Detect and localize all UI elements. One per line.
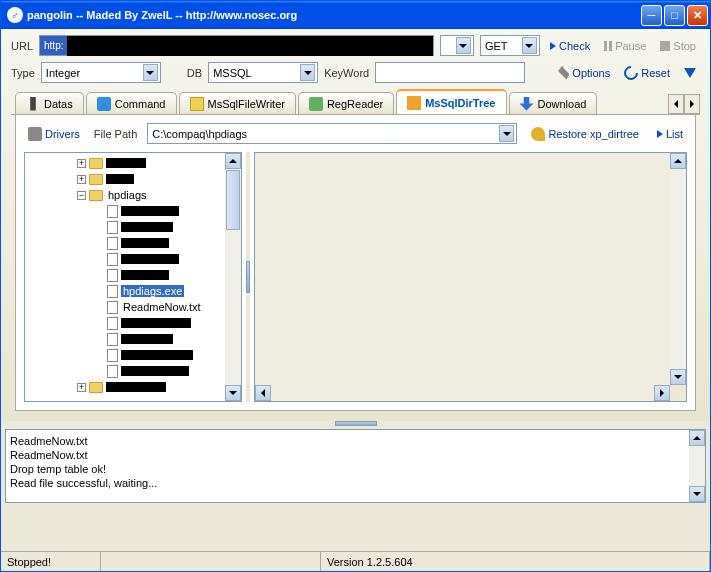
- tree-vscrollbar[interactable]: [225, 153, 241, 401]
- filepath-input[interactable]: C:\compaq\hpdiags: [147, 123, 517, 144]
- tree-file[interactable]: [27, 235, 223, 251]
- scroll-thumb[interactable]: [226, 170, 240, 230]
- scroll-left-button[interactable]: [255, 385, 271, 401]
- content-vscrollbar[interactable]: [670, 153, 686, 385]
- scroll-up-button[interactable]: [225, 153, 241, 169]
- window-title: pangolin -- Maded By ZwelL -- http://www…: [27, 9, 641, 21]
- output-vscrollbar[interactable]: [689, 430, 705, 502]
- output-line: ReadmeNow.txt: [10, 448, 685, 462]
- list-button[interactable]: List: [653, 126, 687, 142]
- db-label: DB: [187, 67, 202, 79]
- play-icon: [657, 130, 663, 138]
- status-spacer: [101, 552, 321, 571]
- file-icon: [107, 333, 118, 346]
- status-version: Version 1.2.5.604: [321, 552, 710, 571]
- tree-file[interactable]: [27, 363, 223, 379]
- stop-button[interactable]: Stop: [656, 38, 700, 54]
- tree-file-selected[interactable]: hpdiags.exe: [27, 283, 223, 299]
- tree-file[interactable]: [27, 219, 223, 235]
- maximize-button[interactable]: □: [664, 5, 685, 26]
- play-icon: [550, 42, 556, 50]
- scroll-down-button[interactable]: [670, 369, 686, 385]
- scroll-right-button[interactable]: [654, 385, 670, 401]
- restore-button[interactable]: Restore xp_dirtree: [527, 125, 643, 143]
- vertical-splitter[interactable]: [246, 152, 250, 402]
- stop-icon: [660, 41, 670, 51]
- key-icon: [531, 127, 545, 141]
- options-button[interactable]: Options: [551, 64, 614, 82]
- tree-folder[interactable]: +: [27, 171, 223, 187]
- tree-folder[interactable]: +: [27, 379, 223, 395]
- registry-icon: [309, 97, 323, 111]
- output-line: Read file successful, waiting...: [10, 476, 685, 490]
- scroll-up-button[interactable]: [689, 430, 705, 446]
- type-select[interactable]: Integer: [41, 62, 161, 83]
- folder-icon: [89, 190, 103, 201]
- tree-file[interactable]: [27, 251, 223, 267]
- output-line: Drop temp table ok!: [10, 462, 685, 476]
- url-protocol: http:: [40, 36, 67, 55]
- tree-file[interactable]: [27, 331, 223, 347]
- tree-file[interactable]: ReadmeNow.txt: [27, 299, 223, 315]
- scroll-down-button[interactable]: [689, 486, 705, 502]
- status-left: Stopped!: [1, 552, 101, 571]
- arrow-down-icon: [684, 68, 696, 78]
- method-select[interactable]: GET: [480, 35, 540, 56]
- binoculars-icon: [26, 97, 40, 111]
- file-icon: [107, 221, 118, 234]
- db-select[interactable]: MSSQL: [208, 62, 318, 83]
- tab-nav: [668, 94, 700, 114]
- tree-file[interactable]: [27, 347, 223, 363]
- tree-folder[interactable]: +: [27, 155, 223, 171]
- output-text[interactable]: ReadmeNow.txt ReadmeNow.txt Drop temp ta…: [6, 430, 689, 502]
- tab-content: Drivers File Path C:\compaq\hpdiags Rest…: [15, 115, 696, 411]
- content-pane: [254, 152, 687, 402]
- minimize-button[interactable]: ─: [641, 5, 662, 26]
- tabstrip: Datas Command MsSqlFileWriter RegReader …: [11, 89, 700, 115]
- file-icon: [107, 349, 118, 362]
- tree-pane: + + −hpdiags hpdiags.exe ReadmeNow.txt: [24, 152, 242, 402]
- filepath-label: File Path: [94, 128, 137, 140]
- scroll-down-button[interactable]: [225, 385, 241, 401]
- tab-regreader[interactable]: RegReader: [298, 92, 394, 114]
- horizontal-splitter[interactable]: [5, 421, 706, 425]
- content-hscrollbar[interactable]: [255, 385, 686, 401]
- close-button[interactable]: ✕: [687, 5, 708, 26]
- tab-download[interactable]: Download: [509, 92, 598, 114]
- url-dropdown[interactable]: [440, 35, 474, 56]
- check-button[interactable]: Check: [546, 38, 594, 54]
- tab-dirtree[interactable]: MsSqlDirTree: [396, 89, 506, 114]
- file-icon: [107, 237, 118, 250]
- tab-nav-right[interactable]: [684, 94, 700, 114]
- tree-file[interactable]: [27, 267, 223, 283]
- tree-file[interactable]: [27, 203, 223, 219]
- file-icon: [190, 97, 204, 111]
- drive-icon: [28, 127, 42, 141]
- keyword-input[interactable]: [375, 62, 525, 83]
- tab-datas[interactable]: Datas: [15, 92, 84, 114]
- content-body[interactable]: [255, 153, 670, 385]
- url-input[interactable]: http:: [39, 35, 434, 56]
- drivers-button[interactable]: Drivers: [24, 125, 84, 143]
- tree-list[interactable]: + + −hpdiags hpdiags.exe ReadmeNow.txt: [25, 153, 225, 401]
- reset-icon: [621, 63, 641, 83]
- file-icon: [107, 317, 118, 330]
- download-icon: [520, 97, 534, 111]
- statusbar: Stopped! Version 1.2.5.604: [1, 551, 710, 571]
- down-arrow-button[interactable]: [680, 66, 700, 80]
- tab-filewriter[interactable]: MsSqlFileWriter: [179, 92, 296, 114]
- scroll-up-button[interactable]: [670, 153, 686, 169]
- titlebar[interactable]: ♂ pangolin -- Maded By ZwelL -- http://w…: [1, 1, 710, 29]
- tree-file[interactable]: [27, 315, 223, 331]
- folder-icon: [89, 382, 103, 393]
- tree-folder[interactable]: −hpdiags: [27, 187, 223, 203]
- url-redacted: [67, 36, 432, 56]
- reset-button[interactable]: Reset: [620, 64, 674, 82]
- file-icon: [107, 253, 118, 266]
- folder-icon: [89, 158, 103, 169]
- tab-nav-left[interactable]: [668, 94, 684, 114]
- tab-command[interactable]: Command: [86, 92, 177, 114]
- pause-button[interactable]: Pause: [600, 38, 650, 54]
- file-icon: [107, 269, 118, 282]
- pause-icon: [604, 41, 612, 51]
